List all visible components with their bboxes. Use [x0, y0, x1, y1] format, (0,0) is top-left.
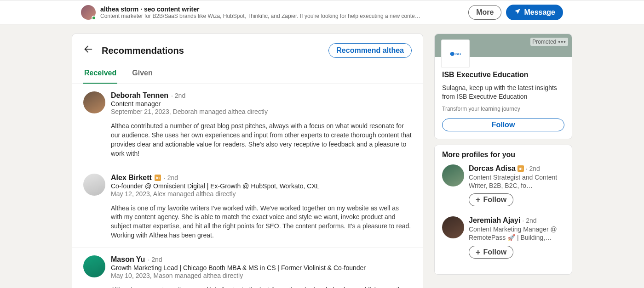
recommendation-text: Althea is one of my favorite writers I'v…	[111, 204, 412, 241]
follow-label: Follow	[483, 248, 507, 256]
promoted-logo[interactable]: 🔵 ISB	[441, 40, 470, 68]
recommendation-list: Deborah Tennen · 2nd Content manager Sep…	[72, 84, 423, 288]
premium-badge-icon: in	[155, 175, 161, 181]
recommender-name[interactable]: Alex Birkett	[111, 174, 152, 182]
promoted-subtext: Transform your learning journey	[442, 106, 564, 112]
follow-button[interactable]: + Follow	[469, 246, 513, 259]
presence-indicator	[92, 16, 96, 20]
profile-headline: Content marketer for B2B/SaaS brands lik…	[100, 13, 464, 19]
follow-button[interactable]: + Follow	[469, 193, 513, 206]
connection-degree: · 2nd	[148, 256, 162, 263]
recommender-role: Growth Marketing Lead | Chicago Booth MB…	[111, 264, 412, 271]
avatar[interactable]	[442, 216, 464, 238]
plus-icon: +	[476, 197, 481, 203]
plus-icon: +	[476, 249, 481, 255]
promoted-label: Promoted •••	[530, 38, 568, 46]
recommendations-card: Recommendations Recommend althea Receive…	[72, 34, 423, 288]
more-profiles-heading: More profiles for you	[442, 151, 564, 159]
profile-suggestion: Jeremiah Ajayi · 2nd Content Marketing M…	[442, 216, 564, 258]
avatar[interactable]	[442, 164, 464, 186]
tab-given[interactable]: Given	[131, 64, 153, 84]
recommendation-item: Mason Yu · 2nd Growth Marketing Lead | C…	[72, 248, 423, 288]
section-title: Recommendations	[102, 45, 320, 56]
connection-degree: · 2nd	[526, 165, 540, 172]
recommender-role: Co-founder @ Omniscient Digital | Ex-Gro…	[111, 182, 412, 190]
recommender-name[interactable]: Mason Yu	[111, 255, 145, 264]
premium-badge-icon: in	[518, 165, 524, 172]
promoted-hero: Promoted ••• 🔵 ISB	[435, 34, 572, 57]
kebab-icon[interactable]: •••	[558, 38, 566, 45]
suggestion-headline: Content Strategist and Content Writer, B…	[469, 173, 564, 190]
recommendation-item: Alex Birkett in · 2nd Co-founder @ Omnis…	[72, 166, 423, 248]
promoted-text: Sulagna, keep up with the latest insight…	[442, 84, 564, 101]
follow-button[interactable]: Follow	[442, 119, 564, 131]
recommendation-date: September 21, 2023, Deborah managed alth…	[111, 108, 412, 115]
more-button[interactable]: More	[468, 5, 501, 20]
connection-degree: · 2nd	[164, 174, 178, 181]
recommendation-item: Deborah Tennen · 2nd Content manager Sep…	[72, 84, 423, 166]
avatar[interactable]	[81, 5, 96, 20]
recommendation-date: May 10, 2023, Mason managed althea direc…	[111, 272, 412, 279]
promoted-card: Promoted ••• 🔵 ISB ISB Executive Educati…	[434, 34, 572, 139]
message-button[interactable]: Message	[506, 5, 563, 20]
profile-suggestion: Dorcas Adisa in · 2nd Content Strategist…	[442, 164, 564, 206]
connection-degree: · 2nd	[522, 217, 536, 224]
send-icon	[514, 8, 521, 17]
profile-name-line[interactable]: althea storm · seo content writer	[100, 6, 464, 13]
back-arrow-icon[interactable]	[83, 44, 93, 57]
recommendation-date: May 12, 2023, Alex managed althea direct…	[111, 190, 412, 198]
connection-degree: · 2nd	[171, 92, 185, 99]
recommendation-text: Althea is a superstar writer on multiple…	[111, 286, 412, 288]
promoted-title[interactable]: ISB Executive Education	[442, 71, 564, 79]
follow-label: Follow	[483, 196, 507, 204]
tabs: Received Given	[72, 64, 423, 84]
suggestion-headline: Content Marketing Manager @ RemotePass 🚀…	[469, 225, 564, 242]
recommender-name[interactable]: Deborah Tennen	[111, 91, 168, 100]
suggestion-name[interactable]: Dorcas Adisa	[469, 164, 516, 173]
message-button-label: Message	[524, 8, 555, 17]
profile-sticky-bar: althea storm · seo content writer Conten…	[0, 1, 644, 24]
suggestion-name[interactable]: Jeremiah Ajayi	[469, 216, 520, 225]
avatar[interactable]	[83, 255, 105, 277]
tab-received[interactable]: Received	[83, 64, 117, 84]
recommend-button[interactable]: Recommend althea	[328, 43, 412, 58]
avatar[interactable]	[83, 91, 105, 113]
avatar[interactable]	[83, 174, 105, 196]
more-profiles-card: More profiles for you Dorcas Adisa in · …	[434, 145, 572, 275]
recommender-role: Content manager	[111, 100, 412, 107]
recommendation-text: Althea contributed a number of great blo…	[111, 122, 412, 158]
